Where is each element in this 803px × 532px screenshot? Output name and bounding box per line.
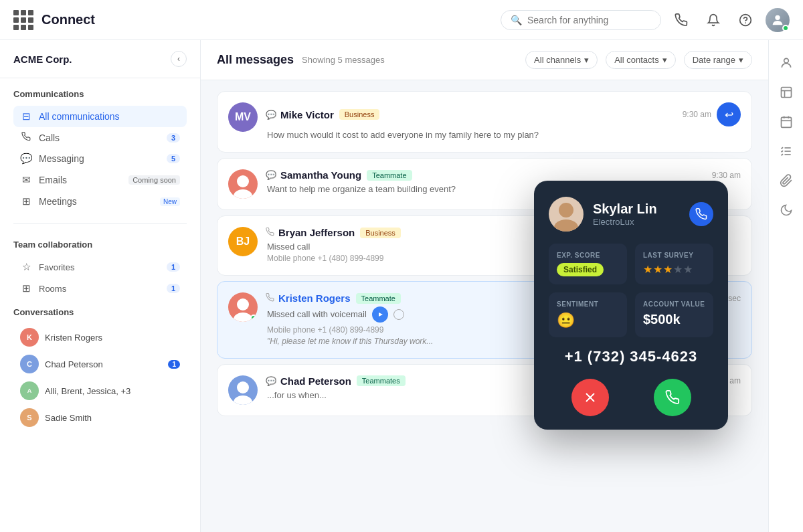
phone-icon[interactable] (669, 8, 693, 32)
rail-moon-icon[interactable] (774, 198, 798, 222)
msg-tag-mike-victor: Business (339, 109, 380, 120)
popup-avatar (549, 197, 584, 232)
conv-item-alli[interactable]: A Alli, Brent, Jessica, +3 (13, 377, 187, 404)
msg-tag-samantha: Teammate (367, 170, 412, 181)
svg-point-3 (237, 175, 249, 187)
avatar-chad (228, 375, 258, 405)
accept-call-button[interactable] (654, 379, 691, 416)
right-rail (768, 40, 803, 532)
conv-avatar-kristen: K (20, 328, 39, 347)
msg-body-mike-victor: How much would it cost to add everyone i… (266, 129, 741, 141)
date-range-label: Date range (693, 55, 735, 65)
last-survey-label: LAST SURVEY (643, 252, 705, 259)
messaging-label: Messaging (39, 153, 160, 164)
avatar-samantha (228, 169, 258, 199)
conv-item-chad[interactable]: C Chad Peterson 1 (13, 351, 187, 377)
sidebar-item-meetings[interactable]: ⊞ Meetings New (13, 191, 187, 212)
top-nav: Connect 🔍 (0, 0, 803, 40)
popup-name-block: Skylar Lin ElectroLux (593, 201, 657, 227)
bell-icon[interactable] (701, 8, 725, 32)
inbox-icon: ⊟ (20, 110, 32, 122)
chat-channel-icon-5: 💬 (266, 376, 276, 386)
popup-phone-button[interactable] (689, 202, 713, 226)
calls-label: Calls (39, 132, 160, 143)
popup-company: ElectroLux (593, 217, 657, 227)
filter-all-channels[interactable]: All channels ▾ (525, 51, 598, 69)
msg-name-chad: Chad Peterson (280, 375, 351, 387)
search-input[interactable] (527, 15, 634, 25)
communications-section: Communications ⊟ All communications Call… (0, 78, 200, 217)
sidebar-item-favorites[interactable]: ☆ Favorites 1 (13, 256, 187, 278)
message-card-mike-victor[interactable]: MV 💬 Mike Victor Business 9:30 am ↩ How … (217, 91, 752, 153)
svg-point-6 (234, 313, 252, 322)
svg-point-10 (559, 203, 573, 217)
rail-calendar-icon[interactable] (774, 110, 798, 134)
popup-stats: EXP. SCORE Satisfied LAST SURVEY ★★★★★ S… (549, 244, 713, 337)
svg-point-5 (237, 298, 249, 311)
chat-icon: 💬 (20, 153, 32, 165)
chat-channel-icon-2: 💬 (266, 170, 276, 180)
collapse-sidebar-button[interactable]: ‹ (171, 51, 187, 67)
rail-tasks-icon[interactable] (774, 139, 798, 163)
conv-item-sadie[interactable]: S Sadie Smith (13, 404, 187, 431)
filter-date-range[interactable]: Date range ▾ (684, 51, 752, 69)
favorites-label: Favorites (39, 262, 160, 272)
msg-name-bryan: Bryan Jefferson (278, 227, 355, 238)
call-channel-icon-2 (266, 293, 274, 304)
chevron-down-icon: ▾ (584, 55, 589, 65)
record-indicator (393, 309, 404, 320)
emails-coming-soon-badge: Coming soon (128, 175, 180, 185)
sidebar-item-all-communications[interactable]: ⊟ All communications (13, 106, 187, 127)
sentiment-emoji: 😐 (557, 312, 575, 329)
phone-small-icon (20, 132, 32, 143)
decline-call-button[interactable] (571, 379, 609, 416)
popup-contact-row: Skylar Lin ElectroLux (549, 197, 713, 232)
sidebar-item-messaging[interactable]: 💬 Messaging 5 (13, 148, 187, 169)
search-box[interactable]: 🔍 (501, 10, 661, 30)
svg-point-4 (234, 189, 252, 199)
reply-button-mike-victor[interactable]: ↩ (717, 102, 741, 126)
avatar-kristen (228, 292, 258, 322)
online-indicator (782, 25, 789, 31)
messages-count: Showing 5 messages (302, 55, 385, 65)
all-communications-label: All communications (39, 111, 180, 122)
svg-point-2 (775, 15, 780, 19)
filter-all-contacts[interactable]: All contacts ▾ (606, 51, 675, 69)
msg-tag-kristen: Teammate (356, 293, 401, 304)
calendar-icon: ⊞ (20, 195, 32, 207)
msg-tag-chad: Teammates (357, 375, 406, 386)
user-avatar[interactable] (766, 8, 790, 32)
chat-channel-icon-1: 💬 (266, 110, 276, 120)
msg-name-mike-victor: Mike Victor (280, 109, 334, 120)
rooms-label: Rooms (39, 284, 160, 294)
messaging-badge: 5 (167, 154, 180, 163)
play-icon[interactable] (372, 306, 388, 323)
rail-contacts-icon[interactable] (774, 51, 798, 75)
msg-tag-bryan: Business (360, 228, 401, 238)
sidebar-item-calls[interactable]: Calls 3 (13, 127, 187, 148)
all-contacts-label: All contacts (614, 55, 658, 65)
help-icon[interactable] (733, 8, 757, 32)
conv-label-alli: Alli, Brent, Jessica, +3 (45, 386, 180, 396)
exp-score-stat: EXP. SCORE Satisfied (549, 244, 627, 284)
svg-rect-18 (781, 117, 791, 127)
popup-contact-name: Skylar Lin (593, 201, 657, 217)
survey-stars: ★★★★★ (643, 263, 705, 276)
grid-menu[interactable] (13, 10, 33, 30)
rooms-icon: ⊞ (20, 282, 32, 294)
msg-time-samantha: 9:30 am (712, 171, 741, 180)
account-value: $500k (643, 312, 681, 327)
rooms-badge: 1 (167, 284, 180, 293)
svg-rect-15 (781, 88, 791, 98)
rail-building-icon[interactable] (774, 80, 798, 104)
sidebar-item-rooms[interactable]: ⊞ Rooms 1 (13, 278, 187, 299)
conv-avatar-sadie: S (20, 408, 39, 427)
sidebar-item-emails[interactable]: ✉ Emails Coming soon (13, 169, 187, 191)
rail-attachment-icon[interactable] (774, 169, 798, 193)
content-area: All messages Showing 5 messages All chan… (201, 40, 768, 532)
svg-point-9 (234, 395, 252, 405)
conv-avatar-chad: C (20, 355, 39, 373)
all-channels-label: All channels (534, 55, 581, 65)
conv-badge-chad: 1 (168, 360, 180, 369)
conv-item-kristen[interactable]: K Kristen Rogers (13, 324, 187, 351)
